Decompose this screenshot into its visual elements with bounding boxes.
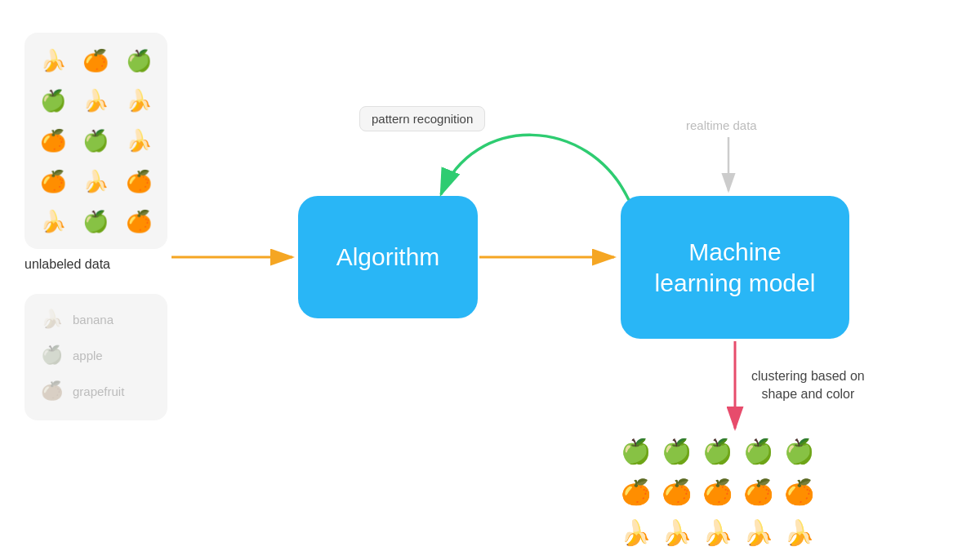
fruit-cell: 🍏 — [40, 90, 66, 111]
banana-legend-icon: 🍌 — [41, 309, 63, 330]
fruit-cell: 🍏 — [82, 211, 109, 232]
output-apple: 🍏 — [743, 439, 773, 464]
fruit-cell: 🍏 — [82, 130, 109, 151]
fruit-cell: 🍌 — [40, 50, 66, 71]
algorithm-box: Algorithm — [298, 196, 478, 318]
output-banana: 🍌 — [784, 521, 814, 545]
grapefruit-legend-label: grapefruit — [73, 384, 124, 398]
fruit-cell: 🍊 — [82, 50, 109, 71]
output-apple: 🍏 — [662, 439, 692, 464]
output-banana: 🍌 — [662, 521, 692, 545]
output-apple: 🍏 — [784, 439, 814, 464]
fruit-cell: 🍊 — [126, 211, 152, 232]
pattern-recognition-label: pattern recognition — [359, 106, 485, 131]
clustering-label: clustering based onshape and color — [751, 367, 865, 404]
algorithm-label: Algorithm — [336, 243, 440, 271]
output-banana: 🍌 — [621, 521, 651, 545]
legend-item-apple: 🍏 apple — [41, 344, 151, 366]
fruit-cell: 🍊 — [40, 130, 66, 151]
fruit-cell: 🍊 — [40, 171, 66, 192]
apple-legend-label: apple — [73, 349, 103, 362]
output-apple: 🍏 — [702, 439, 733, 464]
grapefruit-legend-icon: 🍊 — [41, 380, 63, 402]
output-grapefruit: 🍊 — [784, 480, 814, 504]
ml-model-box: Machinelearning model — [621, 196, 849, 339]
arrow-pattern-loop — [441, 135, 629, 200]
output-grapefruit: 🍊 — [621, 480, 651, 504]
realtime-data-label: realtime data — [686, 118, 757, 132]
fruit-cell: 🍌 — [126, 130, 152, 151]
data-grid-box: 🍌 🍊 🍏 🍏 🍌 🍌 🍊 🍏 🍌 🍊 🍌 🍊 🍌 🍏 🍊 — [24, 33, 167, 249]
ml-model-label: Machinelearning model — [655, 237, 816, 298]
output-grapefruit: 🍊 — [662, 480, 692, 504]
fruit-cell: 🍌 — [82, 171, 109, 192]
unlabeled-data-label: unlabeled data — [24, 257, 110, 272]
legend-item-banana: 🍌 banana — [41, 309, 151, 330]
fruit-cell: 🍏 — [126, 50, 152, 71]
fruit-cell: 🍌 — [40, 211, 66, 232]
output-apple: 🍏 — [621, 439, 651, 464]
apple-legend-icon: 🍏 — [41, 344, 63, 366]
legend-box: 🍌 banana 🍏 apple 🍊 grapefruit — [24, 294, 167, 420]
banana-legend-label: banana — [73, 313, 114, 327]
output-banana: 🍌 — [743, 521, 773, 545]
fruit-cell: 🍊 — [126, 171, 152, 192]
fruit-cell: 🍌 — [82, 90, 109, 111]
fruit-cell: 🍌 — [126, 90, 152, 111]
output-grapefruit: 🍊 — [743, 480, 773, 504]
output-grapefruit: 🍊 — [702, 480, 733, 504]
diagram: 🍌 🍊 🍏 🍏 🍌 🍌 🍊 🍏 🍌 🍊 🍌 🍊 🍌 🍏 🍊 unlabeled … — [0, 0, 980, 551]
output-banana: 🍌 — [702, 521, 733, 545]
legend-item-grapefruit: 🍊 grapefruit — [41, 380, 151, 402]
output-fruits-grid: 🍏 🍏 🍏 🍏 🍏 🍊 🍊 🍊 🍊 🍊 🍌 🍌 🍌 🍌 🍌 — [617, 433, 817, 551]
